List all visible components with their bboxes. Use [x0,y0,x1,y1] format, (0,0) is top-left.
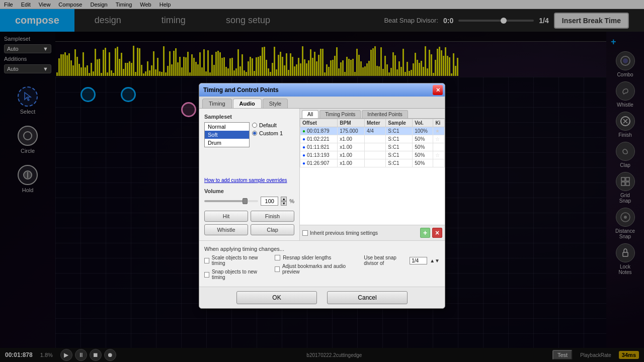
scale-checkbox[interactable] [204,258,209,263]
volume-spinner: ▲ ▼ [281,197,287,206]
cell-ki: ☆ [433,135,445,143]
checkbox-scale[interactable]: Scale objects to new timing [204,255,265,266]
cell-meter: 4/4 [364,127,385,135]
volume-percent: % [289,198,294,204]
checkbox-resnap[interactable]: Resnap slider lengths [275,255,354,260]
beat-snap-arrow[interactable]: ▲▼ [430,258,440,263]
radio-default-label: Default [259,122,277,128]
radio-custom1-label: Custom 1 [259,130,283,136]
cell-meter [364,135,385,143]
sampleset-section-label: Sampleset [204,114,294,120]
radio-custom1-btn[interactable] [252,131,257,136]
sampleset-drum[interactable]: Drum [205,139,249,147]
hitsound-buttons: Hit Finish Whistle Clap [204,211,294,235]
custom-link[interactable]: How to add custom sample overrides [204,177,294,183]
volume-row: 100 ▲ ▼ % [204,197,294,206]
cell-vol: 50% [413,143,433,151]
beat-snap-divisor-input[interactable]: 1/4 [410,257,427,264]
volume-slider[interactable] [204,200,258,202]
snap-label: Snap objects to new timing [212,269,265,280]
radio-custom1[interactable]: Custom 1 [252,130,294,136]
sampleset-soft[interactable]: Soft [205,131,249,139]
tab-style[interactable]: Style [263,99,288,108]
cell-offset: ●01:13:193 [300,151,338,159]
remove-row-button[interactable]: × [432,228,442,238]
col-offset: Offset [300,119,338,127]
radio-default[interactable]: Default [252,122,294,128]
cell-bpm: x1.00 [338,151,365,159]
cell-bpm: x1.00 [338,143,365,151]
volume-spin-down[interactable]: ▼ [281,201,287,206]
timing-apply-section: When applying timing changes... Scale ob… [199,240,445,287]
table-tab-all[interactable]: All [302,110,318,118]
cell-vol: 50% [413,135,433,143]
volume-spin-up[interactable]: ▲ [281,197,287,201]
cell-bpm: x1.00 [338,135,365,143]
dialog-body: Sampleset Normal Soft Drum Default [199,109,445,240]
col-bpm: BPM [338,119,365,127]
add-remove-buttons: + × [420,228,442,238]
hitsound-clap[interactable]: Clap [251,224,294,235]
timing-apply-title: When applying timing changes... [204,246,440,252]
sampleset-list: Normal Soft Drum [204,122,250,147]
radio-default-btn[interactable] [252,123,257,128]
cell-sample: S:C1 [386,135,413,143]
apply-col-left: Scale objects to new timing Snap objects… [204,255,265,282]
tab-timing[interactable]: Timing [202,99,232,108]
table-tab-timing[interactable]: Timing Points [319,110,361,118]
col-sample: Sample [386,119,413,127]
table-tabs: All Timing Points Inherited Points [300,109,445,119]
cell-ki: ★ [433,127,445,135]
volume-thumb[interactable] [243,198,248,204]
dialog-left-panel: Sampleset Normal Soft Drum Default [199,109,300,240]
inherit-checkbox[interactable] [302,230,308,236]
scale-label: Scale objects to new timing [212,255,265,266]
adjust-checkbox[interactable] [275,266,280,272]
table-tab-inherited[interactable]: Inherited Points [362,110,408,118]
table-footer: Inherit previous timing settings + × [300,225,445,240]
cell-vol: 50% [413,159,433,167]
volume-input[interactable]: 100 [261,197,278,206]
cell-ki: ☆ [433,151,445,159]
cell-bpm: x1.00 [338,159,365,167]
volume-label: Volume [204,188,294,194]
cell-offset: ●01:11:821 [300,143,338,151]
cell-vol: 100% [413,127,433,135]
cancel-button[interactable]: Cancel [327,291,408,304]
timing-table-content: Offset BPM Meter Sample Vol. Ki ●00:01:8… [300,119,445,167]
cell-sample: S:C1 [386,159,413,167]
cell-meter [364,151,385,159]
add-row-button[interactable]: + [420,228,430,238]
cell-sample: S:C1 [386,151,413,159]
sampleset-container: Normal Soft Drum Default Custom 1 [204,122,294,155]
snap-checkbox[interactable] [204,272,209,278]
cell-sample: S:C1 [386,143,413,151]
tab-audio[interactable]: Audio [233,99,262,108]
dialog-close-button[interactable]: ✕ [433,85,443,95]
ok-button[interactable]: OK [236,291,317,304]
dialog-right-panel: All Timing Points Inherited Points Offse… [300,109,445,240]
apply-col-middle: Resnap slider lengths Adjust bookmarks a… [275,255,354,282]
cell-vol: 50% [413,151,433,159]
col-ki: Ki [433,119,445,127]
cell-meter [364,143,385,151]
hitsound-whistle[interactable]: Whistle [204,224,248,235]
beat-snap-divisor-label: Use beat snap divisor of [364,255,407,266]
cell-offset: ●00:01:879 [300,127,338,135]
inherit-check[interactable]: Inherit previous timing settings [302,230,378,236]
apply-col-right: Use beat snap divisor of 1/4 ▲▼ [364,255,440,282]
volume-section: Volume 100 ▲ ▼ % [204,188,294,206]
hitsound-hit[interactable]: Hit [204,211,248,222]
dialog-footer: OK Cancel [199,287,445,308]
checkbox-snap[interactable]: Snap objects to new timing [204,269,265,280]
timing-dialog: Timing and Control Points ✕ Timing Audio… [199,83,445,309]
dialog-title: Timing and Control Points [203,86,279,94]
checkbox-adjust[interactable]: Adjust bookmarks and audio preview [275,263,354,275]
sampleset-normal[interactable]: Normal [205,123,249,131]
hitsound-finish[interactable]: Finish [251,211,294,222]
adjust-label: Adjust bookmarks and audio preview [282,263,354,275]
resnap-checkbox[interactable] [275,255,280,260]
radio-group: Default Custom 1 [252,122,294,136]
cell-ki [433,159,445,167]
cell-meter [364,159,385,167]
